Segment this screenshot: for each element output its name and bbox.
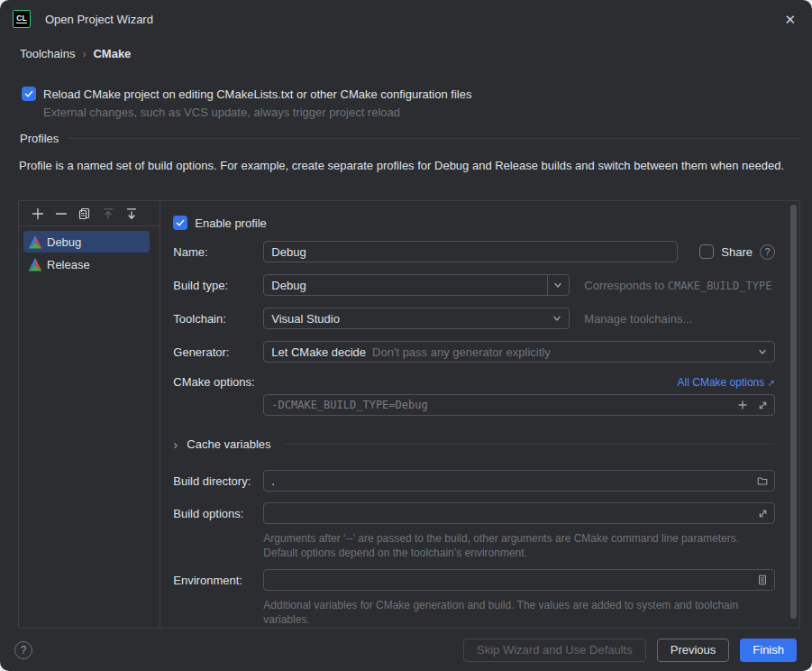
move-down-icon [124, 207, 139, 221]
remove-profile-button[interactable] [50, 202, 73, 225]
help-icon[interactable]: ? [14, 641, 32, 659]
share-label[interactable]: Share [721, 245, 753, 259]
toolchain-dropdown[interactable]: Visual Studio [263, 308, 570, 329]
cmake-options-label: CMake options: [173, 375, 254, 389]
enable-profile-label[interactable]: Enable profile [195, 216, 267, 230]
plus-icon [31, 207, 45, 221]
copy-profile-button[interactable] [73, 202, 96, 225]
all-cmake-options-link[interactable]: All CMake options ↗ [678, 376, 775, 389]
cmake-logo-icon [28, 257, 42, 271]
share-checkbox[interactable] [699, 244, 714, 259]
profile-item-label: Release [47, 258, 90, 271]
minus-icon [54, 207, 68, 221]
vertical-scrollbar[interactable] [790, 205, 797, 619]
footer: ? Skip Wizard and Use Defaults Previous … [0, 629, 812, 671]
variables-list-icon[interactable] [753, 570, 772, 590]
build-type-hint-code: CMAKE_BUILD_TYPE [668, 280, 772, 292]
build-directory-input[interactable]: . [263, 470, 775, 492]
skip-wizard-button[interactable]: Skip Wizard and Use Defaults [463, 639, 646, 662]
clion-app-icon: CL [13, 10, 31, 28]
build-type-value: Debug [271, 279, 306, 292]
checkmark-icon [23, 88, 34, 99]
move-down-button[interactable] [120, 202, 143, 225]
title-bar: CL Open Project Wizard ✕ [0, 0, 812, 38]
close-icon[interactable]: ✕ [780, 11, 799, 28]
add-option-icon[interactable] [733, 395, 753, 415]
copy-icon [78, 207, 92, 221]
environment-hint: Additional variables for CMake generatio… [263, 598, 741, 627]
name-label: Name: [173, 245, 263, 259]
generator-label: Generator: [173, 345, 263, 359]
chevron-down-icon[interactable] [547, 308, 567, 328]
reload-checkbox-label[interactable]: Reload CMake project on editing CMakeLis… [43, 87, 471, 101]
all-cmake-options-text: All CMake options [678, 376, 765, 389]
build-type-dropdown[interactable]: Debug [263, 274, 570, 296]
profile-form: Enable profile Name: Debug Share ? Build… [160, 201, 799, 628]
breadcrumb-toolchains[interactable]: Toolchains [20, 47, 75, 60]
chevron-down-icon[interactable] [753, 342, 772, 362]
reload-settings: Reload CMake project on editing CMakeLis… [22, 87, 471, 119]
folder-icon[interactable] [753, 471, 772, 491]
breadcrumb-separator-icon: › [82, 48, 86, 60]
add-profile-button[interactable] [26, 202, 50, 225]
cmake-logo-icon [28, 234, 42, 249]
cmake-options-input[interactable]: -DCMAKE_BUILD_TYPE=Debug [263, 394, 775, 416]
profiles-panel: Debug Release Enable profile [18, 200, 800, 629]
share-help-icon[interactable]: ? [760, 244, 775, 260]
build-type-hint-prefix: Corresponds to [584, 279, 668, 292]
move-up-button[interactable] [96, 202, 120, 225]
profile-list-toolbar [19, 201, 160, 226]
reload-hint: External changes, such as VCS update, al… [43, 106, 471, 119]
open-project-wizard-dialog: CL Open Project Wizard ✕ Toolchains › CM… [0, 0, 812, 671]
build-options-label: Build options: [173, 507, 263, 520]
build-directory-value: . [271, 474, 275, 488]
previous-button[interactable]: Previous [657, 639, 730, 662]
build-options-input[interactable] [263, 502, 775, 524]
build-options-hint: Arguments after ‘--’ are passed to the b… [263, 531, 741, 560]
profile-item-label: Debug [47, 235, 81, 249]
move-up-icon [101, 207, 115, 221]
window-title: Open Project Wizard [45, 13, 153, 26]
cache-variables-label: Cache variables [187, 437, 270, 451]
build-directory-label: Build directory: [173, 474, 263, 488]
breadcrumb: Toolchains › CMake [20, 47, 131, 60]
profile-list-panel: Debug Release [19, 201, 160, 628]
section-divider [282, 444, 775, 445]
expand-icon[interactable] [753, 395, 772, 415]
generator-placeholder: Don't pass any generator explicitly [372, 345, 551, 359]
name-input[interactable]: Debug [263, 241, 678, 262]
profiles-section-title: Profiles [20, 132, 59, 145]
profiles-section-header: Profiles [20, 132, 799, 145]
cache-variables-toggle[interactable]: › Cache variables [173, 435, 775, 453]
expand-icon[interactable] [753, 503, 772, 523]
environment-label: Environment: [173, 574, 263, 587]
generator-value: Let CMake decide [271, 345, 366, 359]
name-value: Debug [271, 245, 306, 259]
profile-item-debug[interactable]: Debug [23, 231, 150, 253]
checkmark-icon [175, 217, 186, 228]
toolchain-label: Toolchain: [173, 312, 263, 326]
profile-list: Debug Release [19, 226, 160, 276]
chevron-right-icon: › [173, 437, 178, 451]
toolchain-value: Visual Studio [271, 312, 340, 326]
environment-input[interactable] [263, 569, 775, 591]
reload-checkbox[interactable] [22, 87, 36, 101]
chevron-down-icon[interactable] [547, 275, 567, 295]
finish-button[interactable]: Finish [740, 639, 797, 662]
breadcrumb-cmake: CMake [93, 47, 131, 60]
profiles-description: Profile is a named set of build options.… [19, 158, 796, 174]
enable-profile-checkbox[interactable] [173, 216, 187, 230]
build-type-hint: Corresponds to CMAKE_BUILD_TYPE [584, 279, 771, 292]
build-type-label: Build type: [173, 279, 263, 292]
manage-toolchains-link[interactable]: Manage toolchains... [584, 312, 692, 326]
generator-dropdown[interactable]: Let CMake decide Don't pass any generato… [263, 341, 775, 363]
external-link-icon: ↗ [768, 378, 775, 388]
cmake-options-value: -DCMAKE_BUILD_TYPE=Debug [271, 399, 733, 411]
section-divider [68, 138, 799, 139]
profile-item-release[interactable]: Release [23, 253, 150, 275]
